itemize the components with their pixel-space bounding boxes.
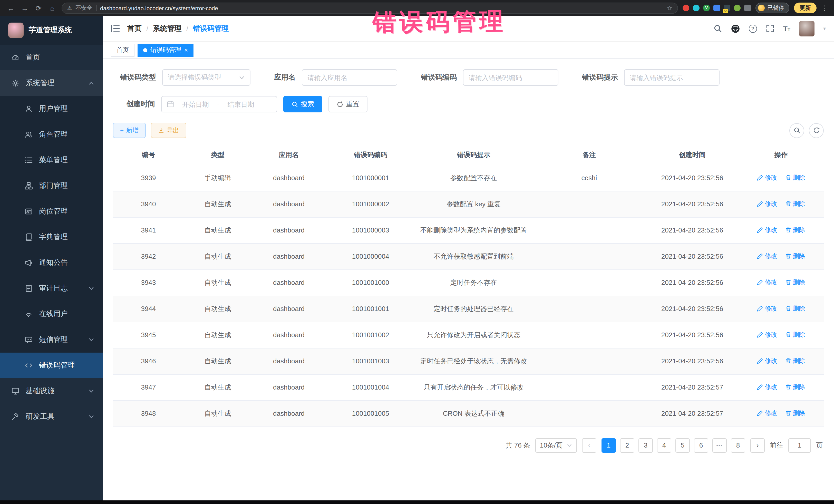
- sidebar-item-error-code[interactable]: 错误码管理: [0, 353, 103, 378]
- sidebar-item-roles[interactable]: 角色管理: [0, 122, 103, 147]
- edit-link[interactable]: 修改: [757, 304, 777, 313]
- cell-remark: [532, 322, 646, 348]
- pager-page-4[interactable]: 4: [657, 438, 671, 453]
- pager-ellipsis[interactable]: •••: [712, 438, 727, 453]
- sidebar-item-menus[interactable]: 菜单管理: [0, 147, 103, 173]
- extension-icon[interactable]: on: [724, 5, 730, 11]
- browser-update-button[interactable]: 更新: [794, 3, 816, 13]
- edit-link[interactable]: 修改: [757, 226, 777, 235]
- sidebar-item-home[interactable]: 首页: [0, 45, 103, 70]
- delete-link[interactable]: 删除: [785, 357, 805, 366]
- pager-page-5[interactable]: 5: [675, 438, 690, 453]
- sidebar-item-dev-tools[interactable]: 研发工具: [0, 404, 103, 430]
- sidebar-item-online-users[interactable]: 在线用户: [0, 301, 103, 327]
- toggle-search-button[interactable]: [789, 123, 804, 138]
- browser-back-icon[interactable]: ←: [6, 4, 15, 12]
- browser-reload-icon[interactable]: ⟳: [34, 4, 43, 12]
- page-size-select[interactable]: 10条/页: [535, 438, 577, 453]
- sidebar-item-announcements[interactable]: 通知公告: [0, 250, 103, 276]
- edit-link[interactable]: 修改: [757, 409, 777, 418]
- fullscreen-icon[interactable]: [766, 24, 774, 33]
- table-row: 3941 自动生成 dashboard 1001000003 不能删除类型为系统…: [113, 217, 824, 243]
- message-icon: [25, 336, 33, 344]
- github-icon[interactable]: [731, 24, 740, 33]
- pager-page-2[interactable]: 2: [620, 438, 634, 453]
- extension-icon[interactable]: [734, 5, 741, 11]
- font-size-icon[interactable]: TT: [783, 25, 790, 32]
- sidebar-toggle-icon[interactable]: [111, 25, 120, 32]
- edit-link[interactable]: 修改: [757, 383, 777, 392]
- delete-link[interactable]: 删除: [785, 383, 805, 392]
- extension-icon[interactable]: V: [703, 5, 710, 11]
- delete-link[interactable]: 删除: [785, 252, 805, 261]
- address-bar[interactable]: ⚠ 不安全 dashboard.yudao.iocoder.cn/system/…: [62, 2, 678, 14]
- user-avatar[interactable]: [799, 21, 814, 36]
- breadcrumb-system[interactable]: 系统管理: [153, 24, 182, 33]
- search-icon[interactable]: [714, 24, 722, 33]
- sidebar-item-sms[interactable]: 短信管理: [0, 327, 103, 353]
- app-name-input[interactable]: [307, 74, 392, 81]
- cell-actions: 修改 删除: [739, 165, 824, 191]
- start-date-input[interactable]: [177, 100, 214, 108]
- error-hint-input[interactable]: [630, 74, 714, 81]
- error-code-input[interactable]: [468, 74, 553, 81]
- delete-link[interactable]: 删除: [785, 330, 805, 339]
- cell-time: 2021-04-20 23:52:56: [646, 295, 738, 322]
- sidebar-item-departments[interactable]: 部门管理: [0, 173, 103, 199]
- cell-actions: 修改 删除: [739, 348, 824, 374]
- pager-page-3[interactable]: 3: [638, 438, 653, 453]
- monitor-icon: [11, 387, 20, 395]
- delete-link[interactable]: 删除: [785, 409, 805, 418]
- error-type-select[interactable]: 请选择错误码类型: [162, 69, 250, 86]
- pager-next-button[interactable]: ›: [750, 438, 765, 453]
- extension-icon[interactable]: [693, 5, 700, 11]
- export-button[interactable]: 导出: [151, 123, 186, 138]
- sidebar-item-infrastructure[interactable]: 基础设施: [0, 378, 103, 404]
- reset-button[interactable]: 重置: [328, 96, 368, 112]
- sidebar-item-system[interactable]: 系统管理: [0, 70, 103, 96]
- extension-icon[interactable]: [744, 5, 751, 11]
- browser-menu-icon[interactable]: ⋮: [821, 4, 828, 12]
- sidebar-item-dictionary[interactable]: 字典管理: [0, 224, 103, 250]
- delete-link[interactable]: 删除: [785, 226, 805, 235]
- date-range-picker[interactable]: -: [161, 96, 277, 112]
- end-date-input[interactable]: [222, 100, 259, 108]
- delete-link[interactable]: 删除: [785, 304, 805, 313]
- pager-page-8[interactable]: 8: [731, 438, 745, 453]
- extension-icon[interactable]: [683, 5, 689, 11]
- profile-chip[interactable]: 已暂停: [755, 3, 789, 13]
- search-button-label: 搜索: [301, 100, 314, 109]
- pager-page-6[interactable]: 6: [694, 438, 708, 453]
- pager-page-1[interactable]: 1: [601, 438, 616, 453]
- search-button[interactable]: 搜索: [283, 96, 322, 112]
- edit-link[interactable]: 修改: [757, 278, 777, 287]
- tab-home[interactable]: 首页: [111, 43, 134, 57]
- chevron-down-icon: [88, 388, 94, 394]
- edit-link[interactable]: 修改: [757, 252, 777, 261]
- delete-link[interactable]: 删除: [785, 200, 805, 209]
- delete-link[interactable]: 删除: [785, 174, 805, 182]
- help-icon[interactable]: ?: [749, 24, 757, 32]
- breadcrumb-home[interactable]: 首页: [127, 24, 142, 33]
- browser-home-icon[interactable]: ⌂: [48, 4, 57, 12]
- edit-link[interactable]: 修改: [757, 330, 777, 339]
- extension-icon[interactable]: [714, 5, 720, 11]
- tab-close-icon[interactable]: ×: [184, 47, 188, 53]
- col-header-remark: 备注: [532, 145, 646, 165]
- goto-page-input[interactable]: [788, 438, 811, 453]
- add-button[interactable]: + 新增: [113, 123, 146, 138]
- sidebar-item-audit-log[interactable]: 审计日志: [0, 276, 103, 301]
- edit-link[interactable]: 修改: [757, 174, 777, 182]
- tab-error-code[interactable]: 错误码管理 ×: [137, 43, 194, 57]
- pager-prev-button[interactable]: ‹: [582, 438, 596, 453]
- browser-forward-icon[interactable]: →: [20, 4, 29, 12]
- sidebar-item-users[interactable]: 用户管理: [0, 96, 103, 122]
- refresh-table-button[interactable]: [809, 123, 824, 138]
- edit-link[interactable]: 修改: [757, 200, 777, 209]
- bookmark-star-icon[interactable]: ☆: [667, 4, 672, 12]
- edit-link[interactable]: 修改: [757, 357, 777, 366]
- error-hint-label: 错误码提示: [582, 73, 618, 82]
- delete-link[interactable]: 删除: [785, 278, 805, 287]
- sidebar-item-positions[interactable]: 岗位管理: [0, 199, 103, 224]
- avatar-caret-icon[interactable]: ▾: [823, 26, 826, 31]
